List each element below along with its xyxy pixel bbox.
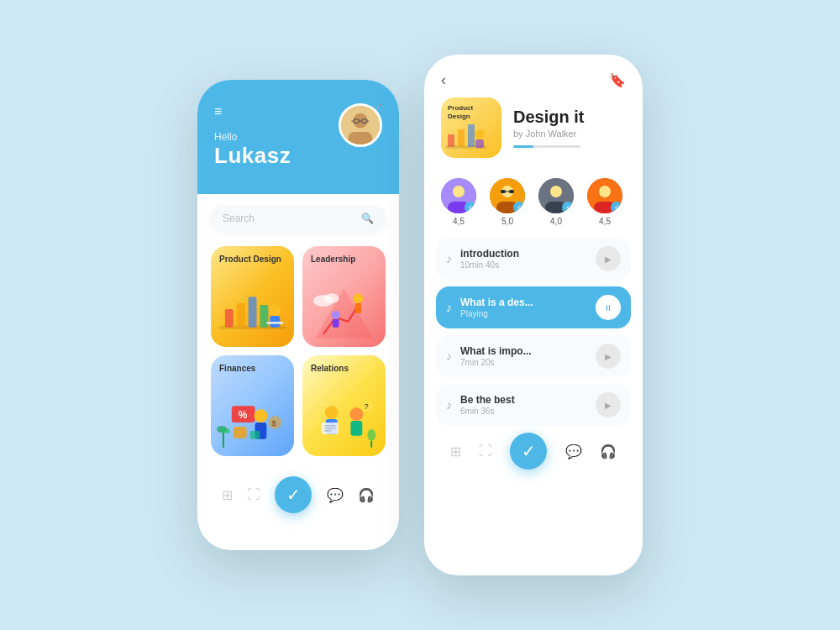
pause-btn-2[interactable]: ⏸ [596,295,621,320]
svg-rect-27 [234,427,247,438]
headphone-nav-icon-r[interactable]: 🎧 [600,444,617,459]
svg-rect-14 [270,316,280,328]
svg-point-13 [269,304,281,316]
reviewer-rating-3: 4,0 [550,217,562,226]
svg-rect-41 [350,421,362,436]
category-label-product: Product Design [219,255,281,264]
svg-rect-58 [509,190,514,193]
track-info-3: What is impo... 7min 20s [460,345,587,367]
fab-button[interactable]: ✓ [275,476,312,513]
reviewer-1[interactable]: ✓ 4,5 [441,178,476,226]
reviewer-avatar-3: ✓ [538,178,574,213]
book-info: Design it by John Walker [513,108,626,148]
svg-rect-51 [475,139,484,148]
track-info-1: introduction 10min 40s [460,248,587,270]
bookmark-icon[interactable]: 🔖 [609,72,626,88]
reviewer-rating-4: 4,5 [599,217,611,226]
chat-nav-icon-r[interactable]: 💬 [565,444,582,459]
reviewer-rating-1: 4,5 [453,217,465,226]
book-title: Design it [513,108,626,127]
fab-button-right[interactable]: ✓ [510,433,547,470]
svg-point-34 [325,406,339,419]
track-duration-2: Playing [460,309,587,318]
right-phone: ‹ 🔖 Product Design Design it by John Wal… [424,55,643,575]
avatar-face [341,106,380,144]
folder-nav-icon[interactable]: ⛶ [247,487,260,502]
category-card-finances[interactable]: Finances % [211,355,294,456]
track-name-4: Be the best [460,394,587,406]
right-top-nav: ‹ 🔖 [424,55,643,97]
music-icon-1: ♪ [446,252,452,265]
book-header: Product Design Design it by John Walker [424,97,643,170]
svg-text:%: % [239,409,248,421]
svg-rect-18 [354,303,361,313]
svg-rect-11 [249,297,257,328]
back-icon[interactable]: ‹ [441,71,446,89]
svg-text:$: $ [271,418,276,428]
music-icon-3: ♪ [446,349,452,363]
svg-rect-49 [468,124,475,147]
track-duration-3: 7min 20s [460,358,587,367]
svg-point-17 [353,293,363,303]
svg-point-53 [453,186,465,197]
category-label-finances: Finances [219,364,255,373]
category-label-leadership: Leadership [311,255,355,264]
reviewer-check-2: ✓ [513,202,525,213]
track-list: ♪ introduction 10min 40s ▶ ♪ What is a d… [424,238,643,426]
category-card-relations[interactable]: Relations ? [302,355,386,456]
reviewers-row: ✓ 4,5 ✓ 5,0 [424,170,643,238]
track-name-3: What is impo... [460,345,587,357]
reviewer-check-4: ✓ [611,202,622,213]
svg-point-65 [599,186,611,197]
category-card-product-design[interactable]: Product Design [211,246,294,347]
reviewer-avatar-1: ✓ [441,178,476,213]
avatar [339,103,382,147]
svg-rect-48 [458,129,465,147]
svg-point-22 [324,293,339,303]
search-placeholder: Search [223,213,255,224]
bottom-nav-right: ⊞ ⛶ ✓ 💬 🎧 [424,426,643,481]
svg-point-44 [367,429,375,441]
reviewer-avatar-2: ✓ [490,178,525,213]
progress-bar [513,145,580,148]
music-icon-2: ♪ [446,301,452,314]
track-item-4[interactable]: ♪ Be the best 6min 36s ▶ [436,384,631,426]
grid-nav-icon-r[interactable]: ⊞ [450,444,461,459]
reviewer-avatar-4: ✓ [587,178,622,213]
play-btn-4[interactable]: ▶ [596,392,621,417]
search-bar[interactable]: Search 🔍 [211,206,386,231]
reviewer-3[interactable]: ✓ 4,0 [538,178,574,226]
search-icon: 🔍 [361,213,374,224]
reviewer-4[interactable]: ✓ 4,5 [587,178,622,226]
svg-rect-12 [260,305,268,328]
category-label-relations: Relations [311,364,349,373]
svg-point-50 [475,129,485,139]
svg-rect-15 [266,322,283,324]
track-item-1[interactable]: ♪ introduction 10min 40s ▶ [436,238,631,280]
svg-rect-28 [250,431,260,439]
svg-text:?: ? [364,402,369,411]
svg-point-25 [254,409,267,423]
play-btn-3[interactable]: ▶ [596,344,621,369]
folder-nav-icon-r[interactable]: ⛶ [479,444,492,459]
svg-point-19 [332,311,340,319]
book-cover-label: Product Design [448,104,495,120]
track-info-4: Be the best 6min 36s [460,394,587,416]
svg-rect-9 [225,309,234,328]
play-btn-1[interactable]: ▶ [596,246,621,271]
headphone-nav-icon[interactable]: 🎧 [358,487,375,503]
category-card-leadership[interactable]: Leadership [302,246,386,347]
track-item-3[interactable]: ♪ What is impo... 7min 20s ▶ [436,335,631,377]
svg-rect-57 [501,190,506,193]
reviewer-2[interactable]: ✓ 5,0 [490,178,525,226]
grid-nav-icon[interactable]: ⊞ [222,487,233,503]
progress-fill [513,145,533,148]
svg-point-31 [222,428,230,433]
svg-rect-47 [448,134,454,147]
reviewer-check-1: ✓ [465,202,476,213]
book-cover: Product Design [441,97,501,158]
svg-point-62 [550,186,562,197]
track-item-2[interactable]: ♪ What is a des... Playing ⏸ [436,286,631,328]
chat-nav-icon[interactable]: 💬 [327,487,344,503]
hamburger-icon[interactable]: ≡ [214,104,222,119]
